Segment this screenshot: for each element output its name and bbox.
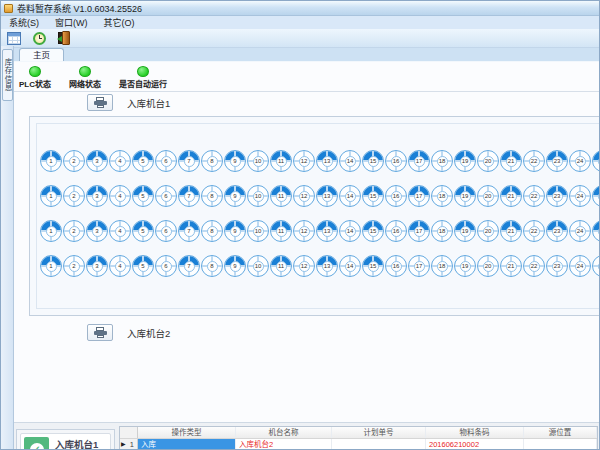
reel-position: 18 (431, 150, 453, 172)
table-header-row: 操作类型机台名称计划单号物料条码源位置 (120, 427, 597, 439)
column-header[interactable]: 计划单号 (332, 427, 426, 438)
table-cell[interactable]: 入库 (138, 439, 236, 450)
printer-output (97, 105, 104, 108)
column-header[interactable]: 机台名称 (236, 427, 332, 438)
reel-number: 1 (46, 156, 57, 167)
table-cell[interactable] (524, 439, 597, 450)
machine1-print-button[interactable] (87, 94, 113, 111)
status-light-circle (29, 66, 41, 77)
reel-position: 23 (546, 150, 568, 172)
reel-position: 13 (316, 150, 338, 172)
reel-position: 8 (201, 185, 223, 207)
status-light: 是否自动运行 (119, 66, 167, 89)
reel-position: 4 (109, 220, 131, 242)
reel-position: 6 (155, 255, 177, 277)
reel-number: 12 (299, 261, 310, 272)
table-row[interactable]: ▶1入库入库机台2201606210002 (120, 439, 597, 450)
reel-position: 19 (454, 185, 476, 207)
column-header[interactable]: 物料条码 (426, 427, 524, 438)
reel-position: 12 (293, 185, 315, 207)
reel-number: 21 (506, 191, 517, 202)
check-icon: ✓ (24, 437, 49, 450)
reel-position: 1 (40, 150, 62, 172)
menu-item[interactable]: 系统(S) (1, 16, 47, 29)
reel-number: 20 (483, 261, 494, 272)
reel-position: 10 (247, 185, 269, 207)
reel-position: 3 (86, 255, 108, 277)
reel-position: 20 (477, 220, 499, 242)
reel-position: 1 (40, 185, 62, 207)
machine-status-card: ✓入库机台1当前有料 (20, 433, 111, 450)
reel-number: 24 (575, 191, 586, 202)
reel-grid: 1234567891011121314151617181920212223242… (36, 123, 600, 309)
machine2-print-button[interactable] (87, 324, 113, 341)
reel-position: 20 (477, 150, 499, 172)
reel-position: 16 (385, 255, 407, 277)
reel-number: 14 (345, 191, 356, 202)
title-bar[interactable]: 卷料暂存系统 V1.0.6034.25526 (1, 1, 599, 16)
reel-number: 22 (529, 156, 540, 167)
reel-number: 3 (92, 226, 103, 237)
column-header[interactable]: 源位置 (524, 427, 597, 438)
printer-icon (94, 327, 107, 338)
reel-position: 22 (523, 220, 545, 242)
reel-number: 2 (69, 156, 80, 167)
reel-position: 24 (569, 150, 591, 172)
status-light-label: 网络状态 (69, 78, 101, 89)
reel-position: 14 (339, 150, 361, 172)
reel-number: 15 (368, 156, 379, 167)
reel-position: 25 (592, 150, 600, 172)
reel-position: 7 (178, 220, 200, 242)
reel-position: 16 (385, 220, 407, 242)
row-header-cell (120, 427, 138, 438)
clock-button[interactable] (30, 29, 48, 47)
reel-number: 1 (46, 191, 57, 202)
reel-position: 11 (270, 255, 292, 277)
reel-position: 15 (362, 255, 384, 277)
reel-number: 3 (92, 156, 103, 167)
reel-position: 24 (569, 185, 591, 207)
machine-cards: ✓入库机台1当前有料✓入库机台2当前有料 (16, 429, 115, 450)
reel-row: 1234567891011121314151617181920212223242… (40, 185, 600, 220)
check-glyph: ✓ (30, 443, 44, 450)
tool-bar (1, 29, 599, 48)
side-panel-tab-label: 库存信息 (2, 58, 13, 92)
reel-panel: 1234567891011121314151617181920212223242… (29, 116, 600, 316)
reel-number: 6 (161, 156, 172, 167)
reel-position: 23 (546, 255, 568, 277)
side-panel-tab[interactable]: 库存信息 (2, 49, 13, 101)
reel-row: 1234567891011121314151617181920212223242… (40, 220, 600, 255)
column-header[interactable]: 操作类型 (138, 427, 236, 438)
menu-item[interactable]: 窗口(W) (47, 16, 96, 29)
reel-number: 16 (391, 191, 402, 202)
reel-position: 9 (224, 220, 246, 242)
tab-strip: 主页 (1, 48, 599, 62)
exit-icon (57, 31, 72, 45)
reel-position: 9 (224, 255, 246, 277)
reel-position: 20 (477, 255, 499, 277)
current-row-arrow: ▶ (121, 439, 126, 450)
reel-position: 11 (270, 185, 292, 207)
reel-number: 2 (69, 261, 80, 272)
window-title: 卷料暂存系统 V1.0.6034.25526 (17, 2, 142, 15)
table-cell[interactable]: 201606210002 (426, 439, 524, 450)
reel-number: 23 (552, 156, 563, 167)
reel-number: 11 (276, 156, 287, 167)
door (62, 31, 70, 45)
status-light: 网络状态 (69, 66, 101, 89)
status-light-label: PLC状态 (19, 78, 51, 89)
calendar-button[interactable] (5, 29, 23, 47)
app-window: 卷料暂存系统 V1.0.6034.25526 系统(S)窗口(W)其它(O) 主… (0, 0, 600, 450)
reel-position: 1 (40, 220, 62, 242)
reel-number: 16 (391, 226, 402, 237)
exit-button[interactable] (55, 29, 73, 47)
menu-item[interactable]: 其它(O) (96, 16, 143, 29)
table-cell[interactable] (332, 439, 426, 450)
reel-position: 13 (316, 220, 338, 242)
reel-position: 3 (86, 220, 108, 242)
tab-home[interactable]: 主页 (19, 48, 64, 61)
reel-position: 6 (155, 220, 177, 242)
table-cell[interactable]: 入库机台2 (236, 439, 332, 450)
reel-number: 19 (460, 156, 471, 167)
reel-position: 5 (132, 185, 154, 207)
